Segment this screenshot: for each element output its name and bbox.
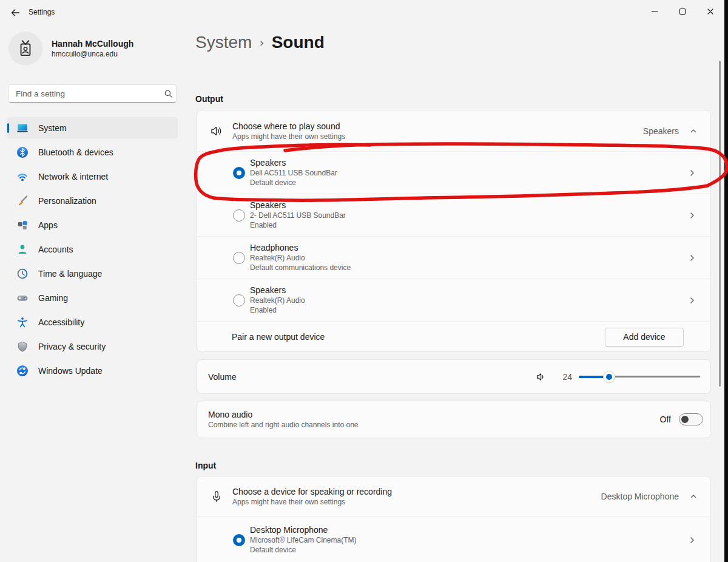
device-detail: Dell AC511 USB SoundBar [250, 168, 687, 178]
device-status: Default device [250, 178, 687, 188]
sidebar-item-label: Privacy & security [38, 342, 106, 351]
input-chooser-title: Choose a device for speaking or recordin… [232, 486, 601, 497]
close-icon [706, 7, 715, 16]
sidebar-item-privacy-security[interactable]: Privacy & security [7, 336, 178, 357]
output-chooser-subtitle: Apps might have their own settings [232, 132, 643, 141]
search-icon[interactable] [160, 89, 176, 98]
device-status: Enabled [250, 220, 687, 230]
sidebar-item-bluetooth-devices[interactable]: Bluetooth & devices [7, 141, 178, 163]
sidebar-item-label: Personalization [38, 196, 96, 206]
add-device-button[interactable]: Add device [605, 328, 684, 347]
device-text: Speakers 2- Dell AC511 USB SoundBar Enab… [250, 200, 687, 230]
microphone-icon [210, 490, 223, 503]
sidebar-nav: System Bluetooth & devices Network & int… [7, 117, 178, 384]
mono-audio-toggle[interactable] [679, 413, 703, 425]
radio-unselected[interactable] [233, 252, 245, 264]
sidebar-item-label: Accounts [38, 245, 73, 254]
chevron-right-icon [687, 296, 697, 305]
volume-speaker-icon[interactable] [536, 371, 547, 382]
chevron-right-icon [687, 535, 697, 545]
sidebar-item-accounts[interactable]: Accounts [7, 239, 178, 260]
device-status: Default device [250, 545, 687, 555]
user-profile[interactable]: Hannah McCullough hmccullo@unca.edu [8, 32, 133, 66]
radio-unselected[interactable] [233, 209, 245, 222]
volume-slider[interactable] [579, 371, 700, 382]
device-text: Headphones Realtek(R) Audio Default comm… [250, 243, 687, 273]
chevron-right-icon [687, 253, 697, 263]
maximize-icon [678, 7, 687, 16]
output-selected-value: Speakers [643, 126, 679, 136]
mono-toggle-state: Off [660, 415, 671, 424]
device-text: Desktop Microphone Microsoft® LifeCam Ci… [250, 525, 687, 555]
avatar [8, 32, 42, 66]
clock-icon [16, 268, 29, 280]
chevron-up-icon[interactable] [689, 126, 698, 136]
vertical-scrollbar[interactable] [719, 61, 721, 387]
sidebar-item-label: Gaming [38, 293, 68, 303]
mono-audio-text: Mono audio Combine left and right audio … [208, 409, 660, 430]
settings-window: Settings Hannah [0, 0, 728, 562]
breadcrumb-system[interactable]: System [195, 33, 252, 52]
sidebar-item-label: Time & language [38, 269, 102, 279]
sidebar-item-system[interactable]: System [7, 117, 178, 139]
sidebar-item-windows-update[interactable]: Windows Update [7, 360, 178, 382]
sidebar-item-network-internet[interactable]: Network & internet [7, 166, 178, 188]
sidebar-item-gaming[interactable]: Gaming [7, 287, 178, 309]
input-selected-value: Desktop Microphone [601, 492, 679, 501]
output-device-row-speakers-dell-2[interactable]: Speakers 2- Dell AC511 USB SoundBar Enab… [197, 194, 710, 236]
radio-selected[interactable] [233, 534, 245, 546]
radio-selected[interactable] [233, 167, 245, 179]
sidebar-item-apps[interactable]: Apps [7, 214, 178, 236]
wifi-icon [16, 171, 29, 183]
volume-value: 24 [558, 372, 572, 382]
device-text: Speakers Dell AC511 USB SoundBar Default… [250, 158, 687, 188]
sidebar-item-label: Accessibility [38, 317, 84, 327]
sidebar-item-label: Apps [38, 220, 58, 230]
device-detail: Realtek(R) Audio [250, 253, 687, 263]
device-status: Default communications device [250, 263, 687, 273]
slider-thumb[interactable] [604, 371, 615, 382]
radio-unselected[interactable] [233, 294, 245, 306]
chevron-up-icon[interactable] [689, 492, 698, 501]
shield-icon [16, 340, 29, 353]
output-device-row-headphones[interactable]: Headphones Realtek(R) Audio Default comm… [197, 236, 710, 279]
output-device-row-speakers-dell[interactable]: Speakers Dell AC511 USB SoundBar Default… [197, 151, 710, 194]
volume-card: Volume 24 [197, 359, 711, 394]
titlebar: Settings [0, 0, 728, 25]
device-name: Speakers [250, 200, 687, 211]
output-device-row-speakers-realtek[interactable]: Speakers Realtek(R) Audio Enabled [197, 279, 710, 321]
sidebar-item-personalization[interactable]: Personalization [7, 190, 178, 212]
mono-audio-subtitle: Combine left and right audio channels in… [208, 420, 660, 430]
paintbrush-icon [16, 195, 29, 207]
input-chooser-row[interactable]: Choose a device for speaking or recordin… [197, 476, 710, 516]
maximize-button[interactable] [669, 0, 696, 23]
mono-audio-title: Mono audio [208, 409, 660, 420]
breadcrumb-separator-icon: › [260, 36, 263, 49]
sidebar-item-label: Windows Update [38, 366, 103, 376]
close-button[interactable] [696, 0, 724, 23]
gamepad-icon [16, 292, 29, 304]
device-detail: Microsoft® LifeCam Cinema(TM) [250, 535, 687, 545]
sidebar-item-label: System [38, 123, 67, 133]
back-button[interactable] [6, 4, 24, 21]
input-chooser-subtitle: Apps might have their own settings [232, 497, 601, 507]
accessibility-icon [16, 316, 29, 328]
chevron-right-icon [687, 211, 697, 220]
chevron-right-icon [687, 168, 697, 178]
output-section-label: Output [195, 94, 223, 104]
device-detail: 2- Dell AC511 USB SoundBar [250, 211, 687, 220]
input-device-row-desktop-microphone[interactable]: Desktop Microphone Microsoft® LifeCam Ci… [197, 516, 710, 562]
search-input[interactable] [9, 89, 160, 98]
output-chooser-title: Choose where to play sound [232, 121, 643, 132]
mono-audio-card: Mono audio Combine left and right audio … [197, 401, 711, 438]
pair-device-label: Pair a new output device [232, 332, 325, 342]
user-name: Hannah McCullough [52, 38, 133, 49]
main-content: System › Sound Output Choose where to pl… [195, 25, 715, 562]
sidebar-item-time-language[interactable]: Time & language [7, 263, 178, 285]
device-name: Desktop Microphone [250, 525, 687, 535]
sidebar-item-label: Network & internet [38, 172, 108, 181]
output-chooser-row[interactable]: Choose where to play sound Apps might ha… [197, 110, 710, 151]
minimize-button[interactable] [641, 0, 669, 23]
sidebar-item-accessibility[interactable]: Accessibility [7, 311, 178, 333]
minimize-icon [650, 7, 659, 16]
